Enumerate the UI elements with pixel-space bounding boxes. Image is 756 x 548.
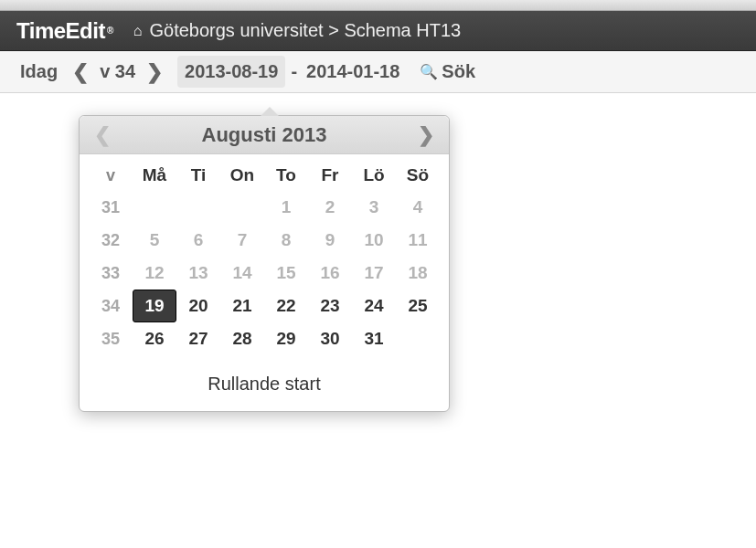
calendar-day[interactable]: 22 bbox=[264, 290, 308, 322]
search-icon: 🔍 bbox=[420, 63, 438, 80]
calendar-day[interactable]: 26 bbox=[133, 322, 176, 355]
calendar-day[interactable]: 13 bbox=[176, 257, 220, 290]
date-start-button[interactable]: 2013-08-19 bbox=[177, 56, 285, 88]
calendar-grid: v MåTiOnToFrLöSö 31123432567891011331213… bbox=[80, 154, 449, 359]
toolbar: Idag ❮ v 34 ❯ 2013-08-19 - 2014-01-18 🔍 … bbox=[0, 51, 756, 93]
day-header: On bbox=[220, 160, 264, 191]
week-number[interactable]: 32 bbox=[89, 224, 133, 257]
calendar-day[interactable]: 1 bbox=[264, 191, 308, 224]
calendar-day[interactable]: 8 bbox=[264, 224, 308, 257]
search-label: Sök bbox=[442, 61, 475, 82]
prev-month-button[interactable]: ❮ bbox=[94, 123, 111, 147]
calendar-day[interactable]: 23 bbox=[308, 290, 352, 322]
day-header: To bbox=[264, 160, 308, 191]
calendar-day[interactable]: 30 bbox=[308, 322, 352, 355]
registered-mark: ® bbox=[107, 26, 113, 36]
calendar-header-row: v MåTiOnToFrLöSö bbox=[89, 160, 440, 191]
next-month-button[interactable]: ❯ bbox=[418, 123, 434, 147]
app-logo: TimeEdit® bbox=[16, 18, 113, 44]
week-number[interactable]: 33 bbox=[89, 257, 133, 290]
calendar-day[interactable]: 21 bbox=[220, 290, 264, 322]
browser-chrome bbox=[0, 0, 756, 11]
home-icon[interactable]: ⌂ bbox=[133, 23, 143, 39]
breadcrumb[interactable]: Göteborgs universitet > Schema HT13 bbox=[149, 20, 461, 41]
calendar-week-row: 32567891011 bbox=[89, 224, 440, 257]
calendar-day bbox=[176, 191, 220, 224]
calendar-week-row: 311234 bbox=[89, 191, 440, 224]
calendar-day[interactable]: 12 bbox=[133, 257, 176, 290]
calendar-day[interactable]: 5 bbox=[133, 224, 176, 257]
calendar-day[interactable]: 18 bbox=[396, 257, 440, 290]
calendar-title: Augusti 2013 bbox=[111, 123, 418, 147]
day-header: Lö bbox=[352, 160, 396, 191]
date-range-sep: - bbox=[285, 61, 303, 82]
calendar-day[interactable]: 19 bbox=[133, 290, 176, 322]
day-header: Må bbox=[133, 160, 176, 191]
calendar-day[interactable]: 6 bbox=[176, 224, 220, 257]
app-header: TimeEdit® ⌂ Göteborgs universitet > Sche… bbox=[0, 11, 756, 51]
calendar-day[interactable]: 15 bbox=[264, 257, 308, 290]
day-header: Sö bbox=[396, 160, 440, 191]
calendar-day[interactable]: 29 bbox=[264, 322, 308, 355]
search-button[interactable]: 🔍 Sök bbox=[420, 61, 475, 82]
calendar-header: ❮ Augusti 2013 ❯ bbox=[80, 116, 449, 154]
calendar-day[interactable]: 16 bbox=[308, 257, 352, 290]
calendar-day[interactable]: 25 bbox=[396, 290, 440, 322]
week-number[interactable]: 31 bbox=[89, 191, 133, 224]
calendar-day[interactable]: 3 bbox=[352, 191, 396, 224]
calendar-week-row: 3312131415161718 bbox=[89, 257, 440, 290]
day-header: Fr bbox=[308, 160, 352, 191]
breadcrumb-page[interactable]: Schema HT13 bbox=[344, 20, 461, 40]
calendar-day[interactable]: 10 bbox=[352, 224, 396, 257]
date-picker-popover: ❮ Augusti 2013 ❯ v MåTiOnToFrLöSö 311234… bbox=[79, 115, 450, 412]
calendar-day bbox=[396, 322, 440, 355]
date-range: 2013-08-19 - 2014-01-18 bbox=[177, 56, 403, 88]
week-number[interactable]: 34 bbox=[89, 290, 133, 322]
breadcrumb-org[interactable]: Göteborgs universitet bbox=[149, 20, 323, 40]
today-link[interactable]: Idag bbox=[16, 59, 61, 84]
calendar-day[interactable]: 14 bbox=[220, 257, 264, 290]
calendar-week-row: 3419202122232425 bbox=[89, 290, 440, 322]
rolling-start-button[interactable]: Rullande start bbox=[80, 359, 449, 411]
day-header: Ti bbox=[176, 160, 220, 191]
calendar-day[interactable]: 27 bbox=[176, 322, 220, 355]
calendar-day bbox=[220, 191, 264, 224]
calendar-day[interactable]: 17 bbox=[352, 257, 396, 290]
prev-week-button[interactable]: ❮ bbox=[67, 60, 94, 84]
next-week-button[interactable]: ❯ bbox=[141, 60, 168, 84]
week-number[interactable]: 35 bbox=[89, 322, 133, 355]
week-column-header: v bbox=[89, 160, 133, 191]
calendar-day[interactable]: 11 bbox=[396, 224, 440, 257]
calendar-week-row: 35262728293031 bbox=[89, 322, 440, 355]
calendar-day[interactable]: 28 bbox=[220, 322, 264, 355]
calendar-day bbox=[133, 191, 176, 224]
calendar-day[interactable]: 20 bbox=[176, 290, 220, 322]
date-end-button[interactable]: 2014-01-18 bbox=[303, 56, 403, 88]
breadcrumb-sep: > bbox=[324, 20, 345, 40]
calendar-day[interactable]: 2 bbox=[308, 191, 352, 224]
calendar-day[interactable]: 24 bbox=[352, 290, 396, 322]
app-name: TimeEdit bbox=[16, 18, 105, 44]
calendar-day[interactable]: 4 bbox=[396, 191, 440, 224]
calendar-day[interactable]: 7 bbox=[220, 224, 264, 257]
calendar-day[interactable]: 9 bbox=[308, 224, 352, 257]
calendar-day[interactable]: 31 bbox=[352, 322, 396, 355]
week-label[interactable]: v 34 bbox=[94, 61, 141, 82]
